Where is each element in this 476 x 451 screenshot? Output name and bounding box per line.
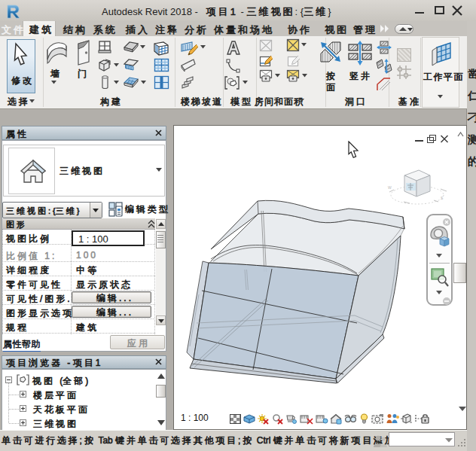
svg-text:W: W — [388, 185, 392, 190]
svg-text:S: S — [441, 196, 444, 200]
